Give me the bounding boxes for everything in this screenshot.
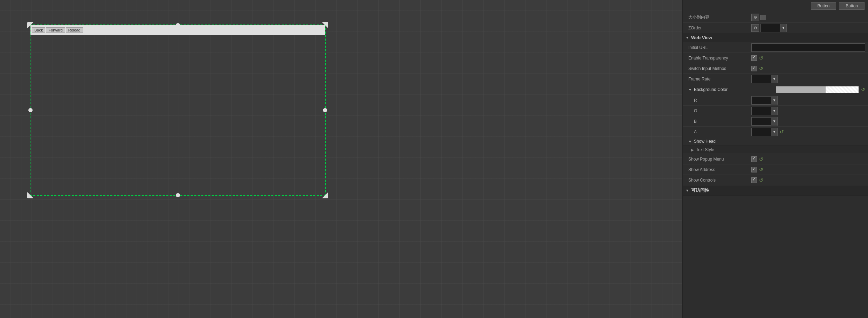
initial-url-row: Initial URL xyxy=(683,42,868,53)
b-input-container: 255 ▼ xyxy=(751,117,778,126)
initial-url-input[interactable] xyxy=(751,43,865,52)
g-input[interactable]: 255 xyxy=(752,108,771,114)
color-preview[interactable] xyxy=(776,86,859,93)
b-spin[interactable]: ▼ xyxy=(771,117,777,126)
show-address-label: Show Address xyxy=(688,167,751,172)
accessibility-arrow-icon: ▼ xyxy=(686,189,689,192)
web-view-arrow-icon: ▼ xyxy=(686,36,689,40)
g-label: G xyxy=(688,108,751,113)
enable-transparency-label: Enable Transparency xyxy=(688,56,751,61)
initial-url-value xyxy=(751,43,865,52)
bg-color-arrow-icon: ▼ xyxy=(688,88,692,92)
show-controls-reset-icon[interactable]: ↺ xyxy=(759,177,763,183)
r-value: 255 ▼ xyxy=(751,96,865,105)
r-input[interactable]: 255 xyxy=(752,97,771,104)
accessibility-section-header[interactable]: ▼ 可访问性 xyxy=(683,185,868,196)
web-view-section-header[interactable]: ▼ Web View xyxy=(683,33,868,42)
text-style-subsection-header[interactable]: ▶ Text Style xyxy=(683,146,868,154)
a-label: A xyxy=(688,129,751,134)
b-value: 255 ▼ xyxy=(751,117,865,126)
show-popup-menu-row: Show Popup Menu ↺ xyxy=(683,154,868,164)
g-input-container: 255 ▼ xyxy=(751,107,778,115)
show-address-row: Show Address ↺ xyxy=(683,164,868,175)
switch-input-method-reset-icon[interactable]: ↺ xyxy=(759,66,763,71)
zorder-spin[interactable]: ▼ xyxy=(780,24,786,32)
initial-url-label: Initial URL xyxy=(688,45,751,50)
size-to-content-row: 大小到内容 ⊙ xyxy=(683,12,868,23)
show-head-section-header[interactable]: ▼ Show Head xyxy=(683,137,868,146)
frame-rate-label: Frame Rate xyxy=(688,77,751,82)
panel-top-bar: Button Button xyxy=(683,0,868,12)
frame-rate-spin[interactable]: ▼ xyxy=(771,75,777,83)
reload-button[interactable]: Reload xyxy=(66,27,83,33)
b-row: B 255 ▼ xyxy=(683,116,868,127)
show-address-reset-icon[interactable]: ↺ xyxy=(759,167,763,172)
zorder-icon[interactable]: ⊙ xyxy=(751,24,759,32)
back-button[interactable]: Back xyxy=(32,27,45,33)
a-spin[interactable]: ▼ xyxy=(771,128,777,136)
text-style-arrow-icon: ▶ xyxy=(691,148,694,152)
b-input[interactable]: 255 xyxy=(752,118,771,125)
frame-rate-input[interactable]: 30 xyxy=(752,76,771,82)
handle-mid-right[interactable] xyxy=(323,108,327,112)
r-row: R 255 ▼ xyxy=(683,95,868,106)
show-popup-menu-checkbox[interactable] xyxy=(751,156,757,162)
show-address-value: ↺ xyxy=(751,167,865,172)
handle-bottom-right[interactable] xyxy=(322,192,328,198)
zorder-value: ⊙ 0 ▼ xyxy=(751,24,865,32)
zorder-row: ZOrder ⊙ 0 ▼ xyxy=(683,23,868,33)
size-to-content-value: ⊙ xyxy=(751,14,865,21)
accessibility-label: 可访问性 xyxy=(691,187,709,193)
show-popup-menu-label: Show Popup Menu xyxy=(688,157,751,162)
a-value: 97 ▼ ↺ xyxy=(751,128,865,136)
b-label: B xyxy=(688,119,751,124)
show-head-arrow-icon: ▼ xyxy=(688,140,692,143)
text-style-label: Text Style xyxy=(696,147,714,152)
size-to-content-label: 大小到内容 xyxy=(688,14,751,20)
show-popup-menu-value: ↺ xyxy=(751,156,865,162)
zorder-label: ZOrder xyxy=(688,26,751,30)
color-preview-dark xyxy=(776,86,826,93)
g-spin[interactable]: ▼ xyxy=(771,107,777,115)
a-input[interactable]: 97 xyxy=(752,129,771,135)
a-reset-icon[interactable]: ↺ xyxy=(780,129,784,135)
enable-transparency-value: ↺ xyxy=(751,55,865,61)
frame-rate-input-container: 30 ▼ xyxy=(751,75,778,83)
a-input-container: 97 ▼ xyxy=(751,128,778,136)
show-head-label: Show Head xyxy=(694,139,716,144)
r-spin[interactable]: ▼ xyxy=(771,96,777,105)
widget-frame[interactable]: Back Forward Reload xyxy=(30,24,326,196)
g-value: 255 ▼ xyxy=(751,107,865,115)
enable-transparency-row: Enable Transparency ↺ xyxy=(683,53,868,63)
top-button-2[interactable]: Button xyxy=(839,2,864,10)
forward-button[interactable]: Forward xyxy=(46,27,65,33)
show-controls-row: Show Controls ↺ xyxy=(683,175,868,185)
a-row: A 97 ▼ ↺ xyxy=(683,127,868,137)
handle-mid-left[interactable] xyxy=(28,108,33,112)
g-row: G 255 ▼ xyxy=(683,106,868,116)
background-color-label: Background Color xyxy=(694,87,776,92)
handle-mid-bottom[interactable] xyxy=(176,193,180,197)
show-popup-menu-reset-icon[interactable]: ↺ xyxy=(759,156,763,162)
color-preview-light xyxy=(826,86,859,93)
switch-input-method-checkbox[interactable] xyxy=(751,66,757,71)
enable-transparency-checkbox[interactable] xyxy=(751,55,757,61)
size-to-content-checkbox[interactable] xyxy=(760,15,766,20)
size-to-content-icon[interactable]: ⊙ xyxy=(751,14,759,21)
zorder-input[interactable]: 0 xyxy=(761,25,780,31)
enable-transparency-reset-icon[interactable]: ↺ xyxy=(759,55,763,61)
switch-input-method-label: Switch Input Method xyxy=(688,66,751,71)
frame-rate-row: Frame Rate 30 ▼ xyxy=(683,74,868,84)
show-address-checkbox[interactable] xyxy=(751,167,757,172)
top-button-1[interactable]: Button xyxy=(811,2,836,10)
zorder-input-container: 0 ▼ xyxy=(760,24,787,32)
web-view-label: Web View xyxy=(691,35,712,40)
background-color-reset-icon[interactable]: ↺ xyxy=(861,87,865,92)
background-color-section-header[interactable]: ▼ Background Color ↺ xyxy=(683,84,868,95)
r-label: R xyxy=(688,98,751,103)
r-input-container: 255 ▼ xyxy=(751,96,778,105)
show-controls-label: Show Controls xyxy=(688,178,751,183)
show-controls-checkbox[interactable] xyxy=(751,177,757,183)
switch-input-method-value: ↺ xyxy=(751,66,865,71)
handle-mid-top[interactable] xyxy=(176,23,180,27)
